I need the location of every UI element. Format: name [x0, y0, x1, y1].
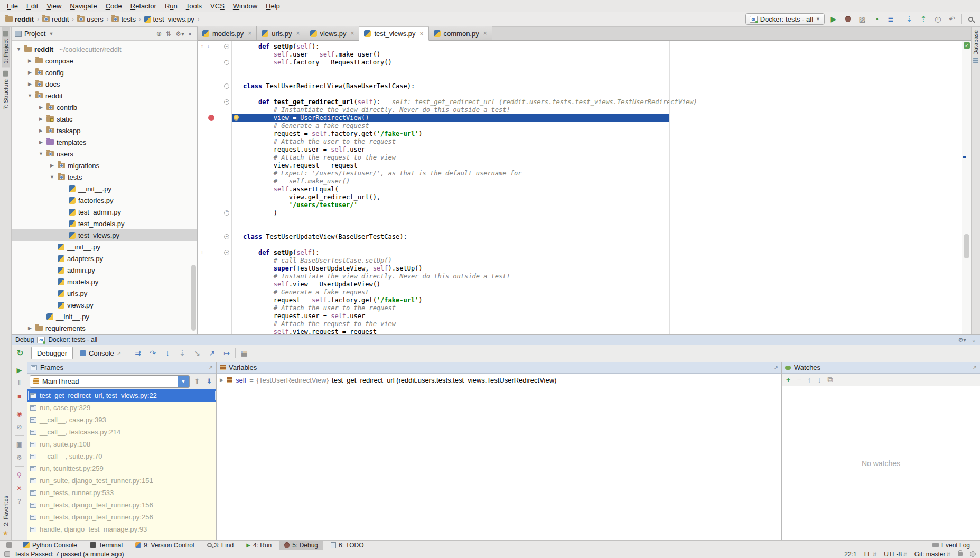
- caret-position-widget[interactable]: 22:1: [844, 551, 856, 558]
- code-line[interactable]: def test_get_redirect_url(self): self: t…: [232, 98, 962, 106]
- tree-item-factories.py[interactable]: factories.py: [12, 194, 197, 206]
- code-line[interactable]: [232, 241, 962, 249]
- gutter-row[interactable]: −: [198, 98, 231, 106]
- tree-item-migrations[interactable]: ▶migrations: [12, 160, 197, 171]
- gutter-row[interactable]: [198, 265, 231, 273]
- code-line[interactable]: request.user = self.user: [232, 146, 962, 154]
- lock-icon[interactable]: [958, 552, 963, 556]
- hide-window-icon[interactable]: ⌄: [972, 337, 976, 343]
- test-method-down-icon[interactable]: ↓: [207, 43, 210, 50]
- menu-item-file[interactable]: File: [3, 2, 22, 11]
- profiler-button[interactable]: ◔: [871, 14, 882, 24]
- tool-button-4-run[interactable]: ▶4: Run: [241, 541, 276, 550]
- tool-stripe-1-project[interactable]: 1: Project: [2, 27, 10, 67]
- test-method-up-icon[interactable]: ↑: [201, 249, 203, 256]
- fold-marker-icon[interactable]: −: [224, 250, 229, 255]
- tool-stripe-database[interactable]: Database: [972, 27, 979, 67]
- tree-item-reddit[interactable]: ▼reddit~/cookiecutter/reddit: [12, 43, 197, 55]
- breakpoint-icon[interactable]: [208, 115, 214, 121]
- tool-button-5-debug[interactable]: 5: Debug: [279, 541, 323, 550]
- tree-item-models.py[interactable]: models.py: [12, 276, 197, 287]
- code-line[interactable]: def setUp(self):: [232, 43, 962, 51]
- add-watch-icon[interactable]: +: [786, 376, 790, 384]
- tree-expand-arrow-icon[interactable]: ▶: [27, 58, 33, 63]
- tree-expand-arrow-icon[interactable]: ▶: [27, 326, 33, 331]
- gutter-row[interactable]: [198, 320, 231, 328]
- close-tab-icon[interactable]: ×: [349, 30, 354, 37]
- tree-expand-arrow-icon[interactable]: ▶: [38, 105, 44, 110]
- code-line[interactable]: # call BaseUserTestCase.setUp(): [232, 257, 962, 265]
- tree-item-users[interactable]: ▼users: [12, 148, 197, 160]
- tool-stripe-7-structure[interactable]: 7: Structure: [2, 67, 10, 113]
- breadcrumb-item-reddit[interactable]: reddit: [41, 15, 70, 23]
- frame-item[interactable]: run_tests, django_test_runner.py:256: [27, 511, 216, 523]
- gutter-row[interactable]: [198, 162, 231, 170]
- gutter-row[interactable]: ↑−: [198, 249, 231, 257]
- resume-icon[interactable]: ▶: [14, 365, 25, 375]
- gutter-row[interactable]: [198, 75, 231, 82]
- close-tab-icon[interactable]: ×: [419, 30, 424, 38]
- code-line[interactable]: ): [232, 209, 962, 217]
- code-line[interactable]: self.view = UserUpdateView(): [232, 281, 962, 289]
- thread-selector[interactable]: MainThread ▼: [30, 375, 190, 388]
- mute-breakpoints-icon[interactable]: ⊘: [14, 422, 25, 432]
- gutter-row[interactable]: [198, 193, 231, 201]
- help-icon[interactable]: ?: [14, 497, 25, 506]
- tree-item-__init__.py[interactable]: __init__.py: [12, 241, 197, 253]
- restore-layout-icon[interactable]: ▣: [14, 440, 25, 449]
- tree-item-static[interactable]: ▶static: [12, 113, 197, 125]
- frame-item[interactable]: __call__, suite.py:70: [27, 450, 216, 462]
- smart-step-into-icon[interactable]: ↘: [191, 347, 203, 359]
- code-line[interactable]: self.assertEqual(: [232, 185, 962, 193]
- variable-row[interactable]: ▶self={TestUserRedirectView}test_get_red…: [217, 374, 781, 386]
- menu-item-vcs[interactable]: VCS: [206, 2, 229, 11]
- frame-item[interactable]: run_tests, runner.py:533: [27, 487, 216, 499]
- tree-collapse-arrow-icon[interactable]: ▼: [27, 93, 33, 98]
- gutter-row[interactable]: [198, 225, 231, 233]
- fold-marker-icon[interactable]: ⌃: [224, 210, 229, 216]
- tree-item-admin.py[interactable]: admin.py: [12, 264, 197, 276]
- run-config-select[interactable]: di Docker: tests - all ▼: [745, 13, 825, 25]
- git-branch-widget[interactable]: Git: master⇵: [914, 551, 950, 558]
- gutter-row[interactable]: ⌃: [198, 59, 231, 67]
- gutter-row[interactable]: [198, 241, 231, 249]
- code-line[interactable]: [232, 90, 962, 98]
- menu-item-tools[interactable]: Tools: [182, 2, 206, 11]
- float-panel-icon[interactable]: ↗: [774, 365, 778, 370]
- code-line[interactable]: [232, 75, 962, 82]
- step-out-icon[interactable]: ↗: [206, 347, 218, 359]
- menu-item-refactor[interactable]: Refactor: [126, 2, 161, 11]
- close-tab-icon[interactable]: ×: [295, 30, 300, 37]
- editor-tab-urls.py[interactable]: urls.py×: [257, 26, 305, 40]
- local-history-button[interactable]: ◷: [932, 14, 943, 24]
- line-ending-widget[interactable]: LF⇵: [864, 551, 877, 558]
- gutter-row[interactable]: [198, 201, 231, 209]
- fold-marker-icon[interactable]: −: [224, 234, 229, 239]
- fold-marker-icon[interactable]: −: [224, 44, 229, 49]
- editor-scrollbar[interactable]: [964, 234, 969, 258]
- code-line[interactable]: class TestUserUpdateView(BaseUserTestCas…: [232, 233, 962, 241]
- code-line[interactable]: self.user = self.make_user(): [232, 51, 962, 59]
- gutter-row[interactable]: −: [198, 233, 231, 241]
- frame-item[interactable]: __call__, case.py:393: [27, 414, 216, 426]
- breadcrumb-item-reddit[interactable]: reddit: [4, 15, 35, 23]
- editor-gutter[interactable]: ↑↓−⌃−−⌃−↑−: [198, 41, 232, 334]
- gutter-row[interactable]: [198, 289, 231, 296]
- fold-marker-icon[interactable]: −: [224, 99, 229, 105]
- view-breakpoints-icon[interactable]: ◉: [14, 409, 25, 418]
- gutter-row[interactable]: [198, 296, 231, 304]
- tree-expand-arrow-icon[interactable]: ▶: [38, 116, 44, 122]
- tree-item-tests[interactable]: ▼tests: [12, 171, 197, 183]
- pin-icon[interactable]: ⚲: [14, 470, 25, 480]
- gutter-row[interactable]: [198, 281, 231, 289]
- gutter-row[interactable]: [198, 217, 231, 225]
- tree-item-test_views.py[interactable]: test_views.py: [12, 229, 197, 241]
- code-line[interactable]: # Generate a fake request: [232, 122, 962, 130]
- tool-button-terminal[interactable]: Terminal: [85, 541, 127, 550]
- move-watch-down-icon[interactable]: ↓: [817, 376, 821, 384]
- code-line[interactable]: self.factory = RequestFactory(): [232, 59, 962, 67]
- close-icon[interactable]: ✕: [14, 483, 25, 493]
- tree-expand-arrow-icon[interactable]: ▶: [27, 81, 33, 87]
- code-line[interactable]: # Generate a fake request: [232, 289, 962, 296]
- gutter-row[interactable]: [198, 257, 231, 265]
